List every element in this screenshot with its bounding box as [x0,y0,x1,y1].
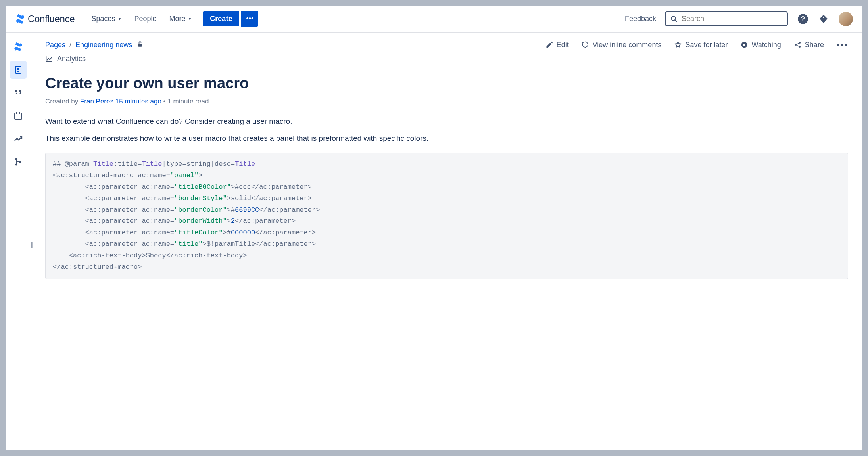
svg-point-14 [15,164,17,166]
watching-label: atching [758,41,781,49]
svg-point-13 [15,158,17,160]
byline-when[interactable]: 15 minutes ago [115,98,161,105]
view-inline-comments-button[interactable]: View inline comments [582,41,662,49]
save-later-label-b: or later [705,41,728,49]
create-more-button[interactable]: ••• [241,11,258,27]
restrictions-button[interactable] [136,40,144,50]
tag-icon [818,14,829,24]
nav-spaces-label: Spaces [91,15,115,23]
confluence-icon [15,14,25,24]
comment-icon [582,41,590,49]
page-toolbar: Pages / Engineering news Edit [45,40,848,50]
nav-spaces[interactable]: Spaces ▼ [86,11,127,26]
watching-button[interactable]: Watching [740,41,781,49]
calendar-icon [13,111,23,121]
byline: Created by Fran Perez 15 minutes ago • 1… [45,98,848,105]
unlock-icon [136,40,144,48]
share-icon [794,41,802,49]
logo-text: Confluence [28,13,75,25]
byline-sep: • [163,98,168,105]
edit-button[interactable]: Edit [545,41,569,49]
sidebar-analytics[interactable] [10,130,27,148]
breadcrumb-pages[interactable]: Pages [45,41,65,49]
nav-more[interactable]: More ▼ [163,11,197,26]
chevron-down-icon: ▼ [188,17,192,21]
breadcrumb-sep: / [69,41,71,49]
nav-people[interactable]: People [129,11,162,26]
topbar: Confluence Spaces ▼ People More ▼ Create… [6,6,862,33]
sidebar-blog[interactable] [10,84,27,102]
paragraph-1: Want to extend what Confluence can do? C… [45,116,848,127]
notifications-button[interactable] [818,13,829,25]
analytics-label: Analytics [57,55,86,63]
sidebar-confluence[interactable] [10,38,27,56]
content: Pages / Engineering news Edit [31,33,862,450]
svg-line-22 [797,43,799,44]
svg-line-1 [675,20,677,22]
feedback-link[interactable]: Feedback [625,15,656,23]
eye-icon [740,41,748,49]
avatar[interactable] [839,12,853,26]
help-icon: ? [797,13,808,25]
nav-people-label: People [134,15,156,23]
sidebar-calendar[interactable] [10,107,27,125]
svg-rect-9 [15,113,22,119]
more-actions-button[interactable]: ••• [837,40,848,50]
svg-text:?: ? [801,15,805,23]
quote-icon [13,88,23,98]
svg-line-23 [797,45,799,46]
share-label: hare [810,41,824,49]
chart-up-icon [13,134,23,144]
sidebar: || [6,33,31,450]
page-title: Create your own user macro [45,75,848,92]
sidebar-pages[interactable] [10,61,27,79]
share-button[interactable]: Share [794,41,824,49]
view-inline-label: iew inline comments [597,41,661,49]
search-input-wrapper[interactable] [665,11,788,26]
chart-up-icon [45,55,53,63]
sidebar-resize-handle[interactable]: || [31,241,32,248]
save-later-label-a: Save [685,41,703,49]
star-icon [674,41,682,49]
code-block: ## @param Title:title=Title|type=string|… [45,153,848,279]
breadcrumb: Pages / Engineering news [45,40,144,50]
create-button[interactable]: Create [203,11,239,26]
paragraph-2: This example demonstrates how to write a… [45,133,848,144]
svg-rect-16 [138,44,142,47]
search-input[interactable] [682,15,782,23]
breadcrumb-space[interactable]: Engineering news [75,41,132,49]
hierarchy-icon [13,157,23,167]
logo[interactable]: Confluence [15,13,75,25]
analytics-button[interactable]: Analytics [45,55,848,63]
svg-point-18 [743,44,746,46]
byline-author[interactable]: Fran Perez [80,98,113,105]
svg-point-15 [19,161,21,163]
search-icon [670,15,678,23]
byline-prefix: Created by [45,98,80,105]
edit-label: dit [561,41,569,49]
save-for-later-button[interactable]: Save for later [674,41,728,49]
nav-more-label: More [169,15,185,23]
sidebar-tree[interactable] [10,153,27,171]
chevron-down-icon: ▼ [117,17,121,21]
byline-readtime: 1 minute read [167,98,209,105]
pencil-icon [545,41,553,49]
page-icon [13,65,23,75]
help-button[interactable]: ? [797,13,808,25]
confluence-icon [13,42,23,52]
svg-point-4 [823,16,824,18]
